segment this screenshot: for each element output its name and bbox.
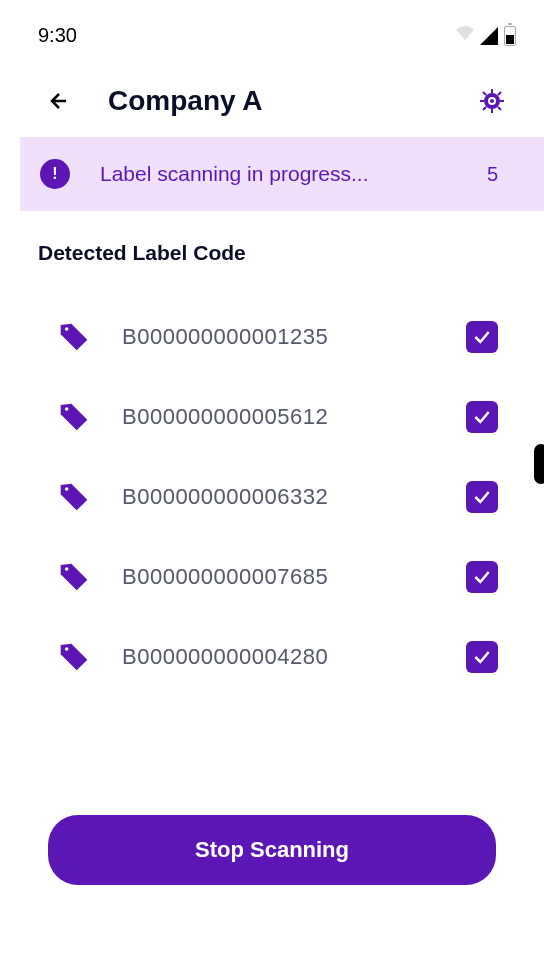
- page-title: Company A: [108, 85, 443, 117]
- svg-point-6: [65, 567, 68, 570]
- label-checkbox[interactable]: [466, 561, 498, 593]
- status-time: 9:30: [38, 24, 77, 47]
- label-checkbox[interactable]: [466, 321, 498, 353]
- label-code-text: B000000000004280: [122, 644, 436, 670]
- tag-icon: [56, 639, 92, 675]
- label-code-text: B000000000005612: [122, 404, 436, 430]
- status-icons: [454, 24, 516, 47]
- label-row: B000000000005612: [40, 377, 504, 457]
- label-row: B000000000006332: [40, 457, 504, 537]
- banner-count: 5: [487, 163, 498, 186]
- back-button[interactable]: [45, 87, 73, 115]
- label-code-text: B000000000007685: [122, 564, 436, 590]
- label-checkbox[interactable]: [466, 641, 498, 673]
- tag-icon: [56, 399, 92, 435]
- label-checkbox[interactable]: [466, 401, 498, 433]
- scanning-banner: ! Label scanning in progress... 5: [20, 137, 544, 211]
- debug-button[interactable]: [478, 87, 506, 115]
- label-code-text: B000000000006332: [122, 484, 436, 510]
- banner-message: Label scanning in progress...: [100, 162, 487, 186]
- label-row: B000000000007685: [40, 537, 504, 617]
- label-code-text: B000000000001235: [122, 324, 436, 350]
- tag-icon: [56, 479, 92, 515]
- label-row: B000000000004280: [40, 617, 504, 697]
- label-checkbox[interactable]: [466, 481, 498, 513]
- svg-point-5: [65, 487, 68, 490]
- signal-icon: [480, 27, 498, 45]
- svg-point-2: [490, 99, 494, 103]
- svg-point-7: [65, 647, 68, 650]
- label-list: B000000000001235B000000000005612B0000000…: [0, 297, 544, 697]
- bottom-bar: Stop Scanning: [48, 815, 496, 885]
- arrow-left-icon: [47, 89, 71, 113]
- status-bar: 9:30: [0, 0, 544, 65]
- bug-icon: [480, 89, 504, 113]
- section-title: Detected Label Code: [0, 241, 544, 265]
- tag-icon: [56, 559, 92, 595]
- side-handle: [534, 444, 544, 484]
- tag-icon: [56, 319, 92, 355]
- wifi-icon: [454, 24, 476, 47]
- svg-point-3: [65, 327, 68, 330]
- stop-scanning-button[interactable]: Stop Scanning: [48, 815, 496, 885]
- label-row: B000000000001235: [40, 297, 504, 377]
- battery-icon: [504, 26, 516, 46]
- app-header: Company A: [0, 65, 544, 137]
- info-icon: !: [40, 159, 70, 189]
- svg-point-4: [65, 407, 68, 410]
